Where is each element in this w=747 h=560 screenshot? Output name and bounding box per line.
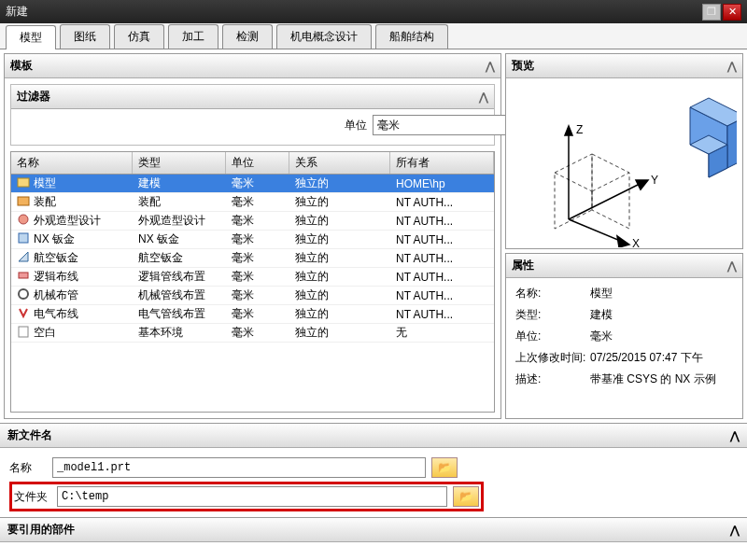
folder-input[interactable] (57, 486, 447, 507)
prop-unit-label: 单位: (515, 329, 590, 344)
col-owner[interactable]: 所有者 (390, 152, 494, 174)
svg-rect-4 (19, 233, 28, 243)
cell-name: 航空钣金 (11, 248, 133, 268)
table-row[interactable]: NX 钣金NX 钣金毫米独立的NT AUTH... (11, 231, 494, 249)
col-unit[interactable]: 单位 (226, 152, 289, 174)
col-name[interactable]: 名称 (11, 152, 133, 174)
svg-marker-17 (636, 180, 648, 189)
svg-marker-5 (19, 252, 28, 261)
cell-owner: HOME\hp (390, 175, 494, 192)
prop-desc-label: 描述: (515, 371, 590, 387)
collapse-icon[interactable]: ⋀ (479, 91, 488, 104)
tab-inspection[interactable]: 检测 (222, 24, 273, 49)
template-icon (17, 269, 30, 285)
browse-name-button[interactable]: 📂 (431, 457, 458, 478)
unit-label: 单位 (345, 118, 367, 133)
cell-owner: NT AUTH... (390, 287, 494, 304)
restore-icon[interactable]: ❐ (702, 4, 721, 21)
collapse-icon[interactable]: ⋀ (730, 524, 740, 537)
col-type[interactable]: 类型 (133, 152, 226, 174)
name-row: 名称 📂 (9, 457, 738, 478)
preview-canvas: Z Y X (506, 78, 742, 248)
unit-input[interactable] (373, 115, 521, 135)
col-relation[interactable]: 关系 (289, 152, 390, 174)
svg-rect-8 (19, 327, 28, 337)
template-icon (17, 213, 30, 229)
cell-relation: 独立的 (289, 286, 390, 305)
collapse-icon[interactable]: ⋀ (727, 259, 737, 273)
cell-type: 装配 (133, 192, 226, 212)
properties-panel: 属性 ⋀ 名称:模型 类型:建模 单位:毫米 上次修改时间:07/25/2015… (505, 253, 743, 419)
cell-name: 模型 (11, 175, 133, 193)
filter-panel: 过滤器 ⋀ 单位 (10, 84, 495, 146)
close-icon[interactable]: ✕ (723, 4, 741, 21)
prop-type-value: 建模 (590, 307, 613, 323)
name-label: 名称 (9, 460, 47, 476)
axis-y-label: Y (651, 174, 658, 187)
cell-type: 机械管线布置 (133, 286, 226, 305)
name-input[interactable] (52, 457, 426, 478)
table-header: 名称 类型 单位 关系 所有者 (11, 152, 494, 175)
newfile-header: 新文件名 ⋀ (0, 424, 747, 448)
svg-point-7 (19, 289, 28, 299)
cell-unit: 毫米 (226, 267, 289, 287)
cell-name: NX 钣金 (11, 230, 133, 249)
tab-simulation[interactable]: 仿真 (114, 24, 164, 49)
cell-type: 外观造型设计 (133, 211, 226, 231)
unit-combo[interactable] (373, 115, 485, 135)
tab-model[interactable]: 模型 (6, 25, 56, 49)
cell-type: 基本环境 (133, 323, 226, 343)
templates-header: 模板 ⋀ (5, 54, 500, 78)
table-row[interactable]: 航空钣金航空钣金毫米独立的NT AUTH... (11, 249, 494, 268)
cell-name: 电气布线 (11, 304, 133, 324)
folder-row: 文件夹 📂 (14, 486, 479, 507)
collapse-icon[interactable]: ⋀ (727, 60, 737, 73)
cell-unit: 毫米 (226, 286, 289, 305)
template-icon (17, 250, 30, 266)
cell-owner: NT AUTH... (390, 269, 494, 286)
prop-modified-value: 07/25/2015 07:47 下午 (590, 350, 703, 366)
collapse-icon[interactable]: ⋀ (486, 60, 495, 73)
preview-header: 预览 ⋀ (506, 54, 742, 78)
svg-line-11 (555, 173, 592, 191)
cell-unit: 毫米 (226, 175, 289, 193)
tab-ship[interactable]: 船舶结构 (375, 24, 448, 49)
cell-name: 机械布管 (11, 286, 133, 305)
cell-relation: 独立的 (289, 248, 390, 268)
cell-type: 航空钣金 (133, 248, 226, 268)
tab-mechatronics[interactable]: 机电概念设计 (276, 24, 372, 49)
cell-name: 外观造型设计 (11, 211, 133, 231)
templates-panel: 模板 ⋀ 过滤器 ⋀ 单位 名称 类型 单位 (4, 53, 501, 419)
table-row[interactable]: 电气布线电气管线布置毫米独立的NT AUTH... (11, 305, 494, 324)
table-row[interactable]: 空白基本环境毫米独立的无 (11, 324, 494, 343)
cell-relation: 独立的 (289, 230, 390, 249)
tabstrip: 模型 图纸 仿真 加工 检测 机电概念设计 船舶结构 (0, 23, 747, 49)
svg-point-3 (19, 215, 28, 224)
tab-machining[interactable]: 加工 (168, 24, 218, 49)
template-icon (17, 175, 30, 191)
svg-line-18 (569, 219, 625, 243)
prop-type-label: 类型: (515, 307, 590, 323)
table-row[interactable]: 逻辑布线逻辑管线布置毫米独立的NT AUTH... (11, 268, 494, 287)
table-row[interactable]: 外观造型设计外观造型设计毫米独立的NT AUTH... (11, 212, 494, 231)
folder-label: 文件夹 (14, 489, 51, 505)
tab-drawing[interactable]: 图纸 (60, 24, 110, 49)
browse-folder-button[interactable]: 📂 (453, 486, 479, 507)
window-title: 新建 (6, 4, 700, 20)
svg-rect-2 (18, 197, 29, 205)
table-row[interactable]: 机械布管机械管线布置毫米独立的NT AUTH... (11, 287, 494, 305)
cell-unit: 毫米 (226, 323, 289, 343)
axis-x-label: X (632, 237, 640, 247)
svg-rect-6 (19, 273, 28, 278)
cell-owner: NT AUTH... (390, 250, 494, 267)
prop-name-label: 名称: (515, 286, 590, 301)
folder-icon: 📂 (438, 461, 452, 474)
template-icon (17, 231, 30, 247)
collapse-icon[interactable]: ⋀ (730, 429, 740, 442)
table-row[interactable]: 模型建模毫米独立的HOME\hp (11, 175, 494, 193)
cell-unit: 毫米 (226, 230, 289, 249)
table-row[interactable]: 装配装配毫米独立的NT AUTH... (11, 193, 494, 212)
folder-icon: 📂 (459, 490, 473, 503)
cell-type: 电气管线布置 (133, 304, 226, 324)
svg-rect-1 (18, 178, 29, 187)
